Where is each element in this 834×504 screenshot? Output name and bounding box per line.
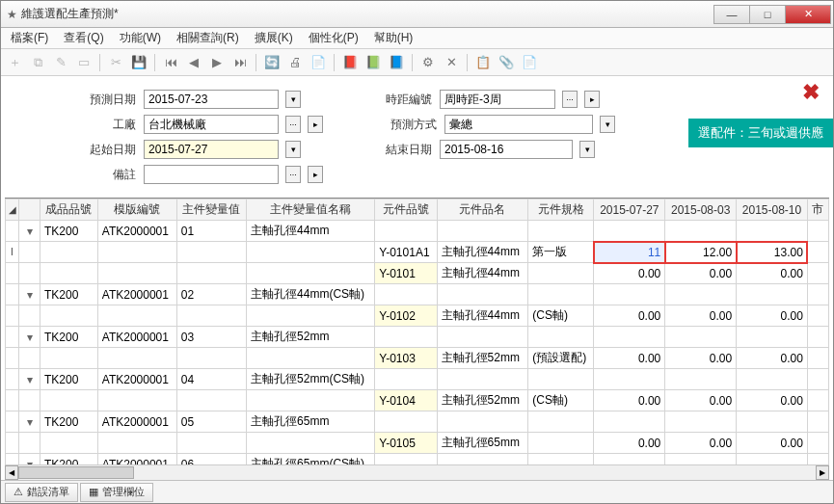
page-icon[interactable]: 📄 bbox=[520, 53, 539, 72]
doc2-icon[interactable]: 📗 bbox=[363, 53, 383, 72]
predict-mode-drop[interactable]: ▾ bbox=[600, 116, 615, 133]
cell-qty-1[interactable]: 11 bbox=[594, 242, 665, 263]
first-icon[interactable]: ⏮ bbox=[161, 53, 180, 72]
menu-help[interactable]: 幫助(H) bbox=[368, 28, 419, 48]
new-icon[interactable]: ＋ bbox=[5, 53, 24, 72]
cell-qty-3[interactable]: 0.00 bbox=[737, 305, 808, 327]
last-icon[interactable]: ⏭ bbox=[230, 53, 250, 72]
factory-drop[interactable]: ▸ bbox=[308, 116, 323, 133]
doc1-icon[interactable]: 📕 bbox=[340, 53, 360, 72]
predict-date-input[interactable]: 2015-07-23 bbox=[144, 90, 279, 109]
menu-personal[interactable]: 個性化(P) bbox=[303, 28, 364, 48]
cell-qty-1[interactable]: 0.00 bbox=[594, 433, 665, 454]
end-date-input[interactable]: 2015-08-16 bbox=[440, 140, 573, 159]
note-icon[interactable]: 📋 bbox=[473, 53, 493, 72]
group-row[interactable]: ▾TK200ATK200000106主軸孔徑65mm(CS軸) bbox=[6, 454, 829, 465]
detail-row[interactable]: Y-0101主軸孔徑44mm0.000.000.00 bbox=[6, 263, 829, 284]
col-tail[interactable]: 市 bbox=[807, 199, 828, 221]
predict-mode-input[interactable]: 彙總 bbox=[444, 115, 593, 134]
cell-qty-2[interactable]: 0.00 bbox=[665, 305, 737, 327]
start-date-input[interactable]: 2015-07-27 bbox=[144, 140, 279, 159]
cell-qty-3[interactable]: 0.00 bbox=[737, 348, 808, 369]
doc3-icon[interactable]: 📘 bbox=[387, 53, 406, 72]
start-date-drop[interactable]: ▾ bbox=[285, 141, 301, 158]
scroll-right-icon[interactable]: ▶ bbox=[816, 465, 829, 480]
factory-input[interactable]: 台北機械廠 bbox=[144, 115, 279, 134]
h-scrollbar[interactable]: ◀ ▶ bbox=[5, 464, 829, 480]
error-list-button[interactable]: ⚠ 錯誤清單 bbox=[5, 483, 78, 502]
cell-qty-1[interactable]: 0.00 bbox=[594, 390, 665, 411]
group-row[interactable]: ▾TK200ATK200000101主軸孔徑44mm bbox=[6, 221, 829, 242]
prev-icon[interactable]: ◀ bbox=[184, 53, 203, 72]
expand-icon[interactable]: ▾ bbox=[19, 411, 40, 433]
action2-icon[interactable]: ✕ bbox=[442, 53, 461, 72]
cell-qty-1[interactable]: 0.00 bbox=[594, 348, 665, 369]
cell-qty-2[interactable]: 0.00 bbox=[665, 348, 737, 369]
menu-ext[interactable]: 擴展(K) bbox=[249, 28, 299, 48]
cell-qty-3[interactable]: 0.00 bbox=[737, 263, 808, 284]
scroll-thumb[interactable] bbox=[18, 466, 134, 479]
refresh-icon[interactable]: 🔄 bbox=[262, 53, 282, 72]
factory-more[interactable]: ··· bbox=[285, 116, 301, 133]
end-date-drop[interactable]: ▾ bbox=[579, 141, 595, 158]
cut-icon[interactable]: ✂ bbox=[106, 53, 125, 72]
col-header[interactable]: 2015-08-03 bbox=[665, 199, 737, 221]
detail-row[interactable]: Y-0104主軸孔徑52mm(CS軸)0.000.000.00 bbox=[6, 390, 829, 411]
edit-icon[interactable]: ✎ bbox=[51, 53, 70, 72]
cell-qty-3[interactable]: 0.00 bbox=[737, 433, 808, 454]
scroll-left-icon[interactable]: ◀ bbox=[5, 465, 18, 480]
group-row[interactable]: ▾TK200ATK200000105主軸孔徑65mm bbox=[6, 411, 829, 433]
menu-func[interactable]: 功能(W) bbox=[114, 28, 167, 48]
expand-icon[interactable]: ▾ bbox=[19, 454, 40, 465]
period-code-drop[interactable]: ▸ bbox=[584, 91, 600, 108]
menu-view[interactable]: 查看(Q) bbox=[58, 28, 109, 48]
expand-icon[interactable]: ▾ bbox=[19, 221, 40, 242]
cell-qty-2[interactable]: 0.00 bbox=[665, 390, 737, 411]
cell-qty-2[interactable]: 0.00 bbox=[665, 263, 737, 284]
col-header[interactable]: 成品品號 bbox=[40, 199, 98, 221]
next-icon[interactable]: ▶ bbox=[207, 53, 227, 72]
period-code-input[interactable]: 周時距-3周 bbox=[440, 90, 555, 109]
detail-row[interactable]: IY-0101A1主軸孔徑44mm第一版1112.0013.00 bbox=[6, 242, 829, 263]
detail-row[interactable]: Y-0103主軸孔徑52mm(預設選配)0.000.000.00 bbox=[6, 348, 829, 369]
col-header[interactable]: 元件規格 bbox=[528, 199, 594, 221]
period-code-more[interactable]: ··· bbox=[562, 91, 578, 108]
col-header[interactable]: 2015-08-10 bbox=[737, 199, 808, 221]
remark-drop[interactable]: ▸ bbox=[308, 166, 323, 183]
predict-date-drop[interactable]: ▾ bbox=[285, 91, 301, 108]
detail-row[interactable]: Y-0102主軸孔徑44mm(CS軸)0.000.000.00 bbox=[6, 305, 829, 327]
export-icon[interactable]: 📄 bbox=[309, 53, 328, 72]
col-header[interactable]: 元件品號 bbox=[375, 199, 437, 221]
save-icon[interactable]: 💾 bbox=[129, 53, 148, 72]
cell-qty-2[interactable]: 0.00 bbox=[665, 433, 737, 454]
col-header[interactable]: 2015-07-27 bbox=[594, 199, 665, 221]
attach-icon[interactable]: 📎 bbox=[497, 53, 516, 72]
cell-qty-2[interactable]: 12.00 bbox=[665, 242, 737, 263]
close-button[interactable]: ✕ bbox=[785, 5, 831, 24]
group-row[interactable]: ▾TK200ATK200000103主軸孔徑52mm bbox=[6, 327, 829, 348]
manage-cols-button[interactable]: ▦ 管理欄位 bbox=[80, 483, 153, 502]
cell-qty-1[interactable]: 0.00 bbox=[594, 305, 665, 327]
maximize-button[interactable]: □ bbox=[749, 5, 786, 24]
grid-body[interactable]: ◢成品品號模版編號主件變量值主件變量值名稱元件品號元件品名元件規格2015-07… bbox=[5, 199, 829, 464]
remark-more[interactable]: ··· bbox=[285, 166, 301, 183]
remark-input[interactable] bbox=[144, 165, 279, 184]
minimize-button[interactable]: — bbox=[713, 5, 750, 24]
col-header[interactable]: 模版編號 bbox=[97, 199, 176, 221]
menu-related[interactable]: 相關查詢(R) bbox=[171, 28, 245, 48]
expand-icon[interactable]: ▾ bbox=[19, 369, 40, 390]
cell-qty-1[interactable]: 0.00 bbox=[594, 263, 665, 284]
expand-icon[interactable]: ▾ bbox=[19, 327, 40, 348]
cell-qty-3[interactable]: 13.00 bbox=[737, 242, 808, 263]
group-row[interactable]: ▾TK200ATK200000104主軸孔徑52mm(CS軸) bbox=[6, 369, 829, 390]
copy-icon[interactable]: ⧉ bbox=[28, 53, 47, 72]
delete-icon[interactable]: ▭ bbox=[74, 53, 94, 72]
expand-icon[interactable]: ▾ bbox=[19, 284, 40, 305]
col-header[interactable]: 元件品名 bbox=[437, 199, 528, 221]
detail-row[interactable]: Y-0105主軸孔徑65mm0.000.000.00 bbox=[6, 433, 829, 454]
group-row[interactable]: ▾TK200ATK200000102主軸孔徑44mm(CS軸) bbox=[6, 284, 829, 305]
col-header[interactable]: 主件變量值 bbox=[176, 199, 246, 221]
col-header[interactable]: 主件變量值名稱 bbox=[247, 199, 375, 221]
cell-qty-3[interactable]: 0.00 bbox=[737, 390, 808, 411]
menu-file[interactable]: 檔案(F) bbox=[5, 28, 54, 48]
